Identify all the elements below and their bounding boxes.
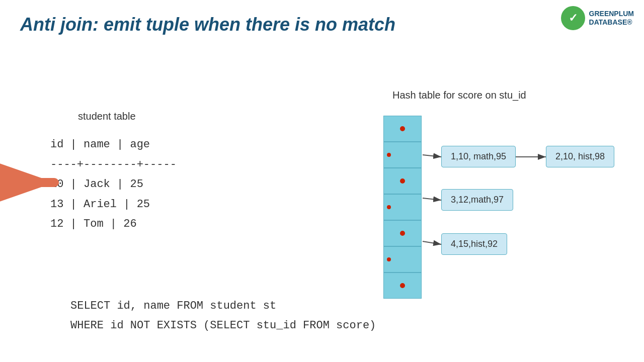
hash-cell-2 (383, 142, 422, 168)
hash-pointer-4 (387, 205, 391, 209)
hash-cell-3 (383, 168, 422, 194)
table-header: id | name | age (50, 135, 177, 155)
table-row-2: 13 | Ariel | 25 (50, 195, 177, 215)
hash-dot-3 (400, 178, 405, 184)
hash-table-label: Hash table for score on stu_id (392, 89, 526, 101)
sql-line-1: SELECT id, name FROM student st (70, 296, 376, 316)
logo-text: GREENPLUM DATABASE® (589, 10, 634, 27)
hash-pointer-2 (387, 153, 391, 157)
table-row-3: 12 | Tom | 26 (50, 214, 177, 234)
student-table: id | name | age ----+--------+----- 10 |… (50, 135, 177, 234)
svg-line-5 (423, 198, 441, 200)
hash-cell-4 (383, 194, 422, 220)
table-separator: ----+--------+----- (50, 155, 177, 175)
logo-circle: ✓ (561, 6, 585, 30)
hash-dot-5 (400, 231, 405, 236)
hash-dot-7 (400, 283, 405, 288)
hash-cell-7 (383, 273, 422, 299)
svg-line-3 (423, 155, 441, 157)
page-title: Anti join: emit tuple when there is no m… (20, 14, 395, 35)
sql-block: SELECT id, name FROM student st WHERE id… (70, 296, 376, 336)
hash-cell-1 (383, 116, 422, 142)
greenplum-logo: ✓ GREENPLUM DATABASE® (561, 6, 634, 30)
hash-box-3: 3,12,math,97 (441, 189, 513, 211)
logo-check-icon: ✓ (569, 12, 578, 25)
hash-pointer-6 (387, 257, 391, 261)
hash-box-4: 4,15,hist,92 (441, 233, 507, 255)
student-table-label: student table (78, 111, 136, 122)
hash-box-2: 2,10, hist,98 (546, 146, 614, 167)
table-row-1: 10 | Jack | 25 (50, 174, 177, 195)
hash-box-1: 1,10, math,95 (441, 146, 516, 167)
hash-column (383, 116, 422, 299)
svg-line-6 (423, 241, 441, 244)
sql-line-2: WHERE id NOT EXISTS (SELECT stu_id FROM … (70, 316, 376, 336)
hash-cell-5 (383, 220, 422, 246)
hash-cell-6 (383, 246, 422, 273)
hash-dot-1 (400, 126, 405, 131)
